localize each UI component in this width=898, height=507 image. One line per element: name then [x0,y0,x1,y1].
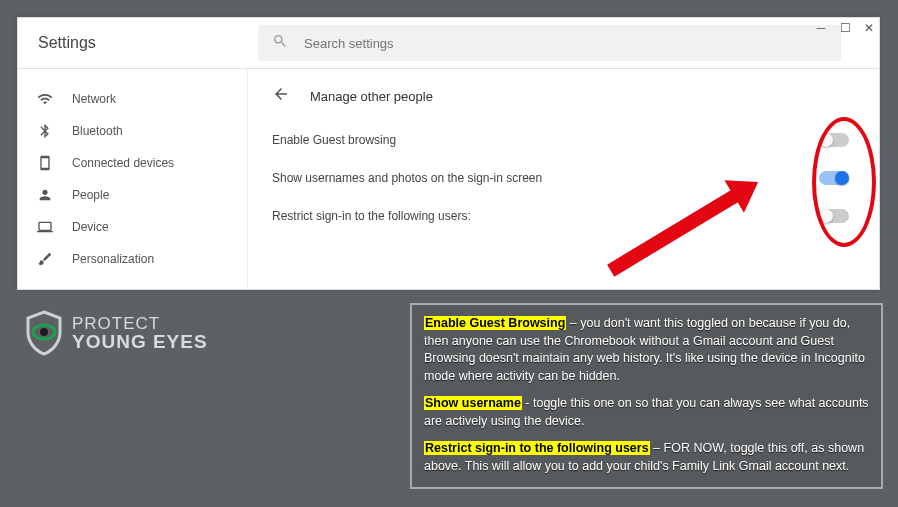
toggle[interactable] [819,133,849,147]
highlight: Show username [424,396,522,410]
toggle[interactable] [819,171,849,185]
bluetooth-icon [36,123,54,139]
breadcrumb: Manage other people [272,79,849,113]
header: Settings [18,18,879,69]
protect-young-eyes-logo: PROTECT YOUNG EYES [24,310,208,356]
close-button[interactable]: ✕ [862,21,876,35]
toggle[interactable] [819,209,849,223]
sidebar-item-label: Personalization [72,252,154,266]
page-title: Settings [38,34,258,52]
devices-icon [36,155,54,171]
sidebar-item-personalization[interactable]: Personalization [18,243,247,275]
sidebar-item-label: Bluetooth [72,124,123,138]
main-panel: Manage other people Enable Guest browsin… [248,69,879,289]
brush-icon [36,251,54,267]
minimize-button[interactable]: ─ [814,21,828,35]
row-label: Enable Guest browsing [272,133,396,147]
search-input[interactable] [304,36,827,51]
highlight: Restrict sign-in to the following users [424,441,650,455]
breadcrumb-label: Manage other people [310,89,433,104]
person-icon [36,187,54,203]
maximize-button[interactable]: ☐ [838,21,852,35]
settings-window: ─ ☐ ✕ Settings NetworkBluetoothConnected… [17,17,880,290]
sidebar-item-label: Device [72,220,109,234]
shield-eye-icon [24,310,64,356]
sidebar-item-label: People [72,188,109,202]
settings-row: Show usernames and photos on the sign-in… [272,159,849,197]
highlight: Enable Guest Browsing [424,316,566,330]
settings-row: Enable Guest browsing [272,121,849,159]
window-controls: ─ ☐ ✕ [814,21,876,35]
sidebar-item-bluetooth[interactable]: Bluetooth [18,115,247,147]
logo-text-bottom: YOUNG EYES [72,332,208,351]
settings-row: Restrict sign-in to the following users: [272,197,849,235]
sidebar-item-device[interactable]: Device [18,211,247,243]
row-label: Restrict sign-in to the following users: [272,209,471,223]
wifi-icon [36,91,54,107]
logo-text-top: PROTECT [72,315,208,332]
sidebar-item-network[interactable]: Network [18,83,247,115]
sidebar-item-connected-devices[interactable]: Connected devices [18,147,247,179]
back-arrow-icon[interactable] [272,85,290,107]
sidebar: NetworkBluetoothConnected devicesPeopleD… [18,69,248,289]
sidebar-item-label: Network [72,92,116,106]
row-label: Show usernames and photos on the sign-in… [272,171,542,185]
svg-point-1 [40,328,48,336]
search-icon [272,33,304,53]
instruction-callout: Enable Guest Browsing – you don't want t… [410,303,883,489]
laptop-icon [36,219,54,235]
sidebar-item-label: Connected devices [72,156,174,170]
search-box[interactable] [258,25,841,61]
sidebar-item-people[interactable]: People [18,179,247,211]
